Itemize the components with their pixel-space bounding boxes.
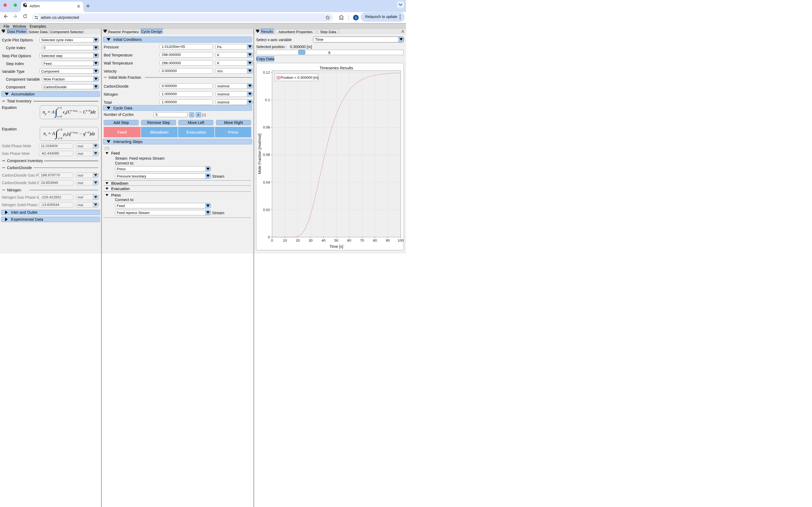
svg-text:10: 10 [283, 238, 287, 242]
svg-text:60: 60 [348, 238, 352, 242]
svg-text:40: 40 [322, 238, 326, 242]
svg-text:0.08: 0.08 [263, 125, 270, 129]
svg-text:Time [s]: Time [s] [329, 244, 343, 249]
svg-text:20: 20 [296, 238, 300, 242]
svg-text:0.12: 0.12 [263, 71, 270, 75]
svg-text:Position = 0.300000 [m]: Position = 0.300000 [m] [280, 75, 318, 79]
svg-text:Timeseries Results: Timeseries Results [319, 66, 353, 70]
svg-text:0: 0 [268, 235, 270, 239]
svg-text:50: 50 [334, 238, 338, 242]
svg-text:80: 80 [373, 238, 377, 242]
svg-text:Mole Fraction [mol/mol]: Mole Fraction [mol/mol] [257, 133, 262, 174]
svg-text:90: 90 [386, 238, 390, 242]
svg-text:0.06: 0.06 [263, 153, 270, 157]
svg-text:0.04: 0.04 [263, 180, 270, 184]
svg-text:70: 70 [360, 238, 364, 242]
svg-text:0.1: 0.1 [265, 98, 270, 102]
svg-text:0.02: 0.02 [263, 208, 270, 212]
svg-text:30: 30 [309, 238, 313, 242]
svg-text:0: 0 [271, 238, 273, 242]
svg-text:100: 100 [398, 238, 403, 242]
